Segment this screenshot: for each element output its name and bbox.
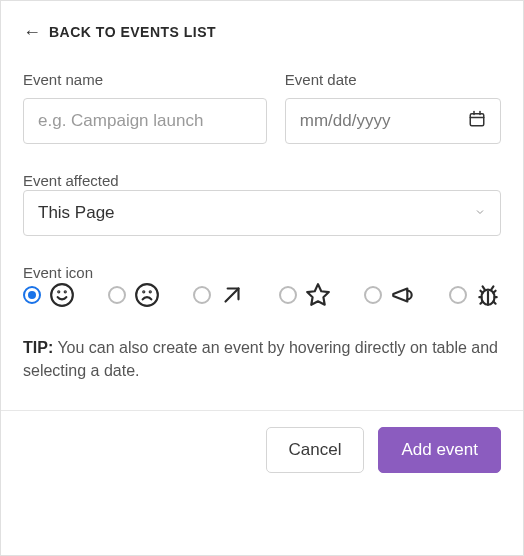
radio-icon <box>279 286 297 304</box>
smile-icon <box>49 282 75 308</box>
chevron-down-icon <box>474 206 486 221</box>
date-placeholder: mm/dd/yyyy <box>300 111 391 131</box>
event-icon-label: Event icon <box>23 264 93 281</box>
bug-icon <box>475 282 501 308</box>
event-affected-value: This Page <box>38 203 115 223</box>
tip-label: TIP: <box>23 339 53 356</box>
svg-marker-11 <box>307 284 329 305</box>
calendar-icon <box>468 110 486 133</box>
arrow-left-icon: ← <box>23 23 41 41</box>
radio-icon <box>23 286 41 304</box>
svg-line-16 <box>493 302 495 304</box>
add-event-button[interactable]: Add event <box>378 427 501 473</box>
back-to-events-link[interactable]: ← BACK TO EVENTS LIST <box>23 23 501 41</box>
arrow-up-right-icon <box>219 282 245 308</box>
svg-line-18 <box>493 291 495 293</box>
tip-text: TIP: You can also create an event by hov… <box>23 336 501 382</box>
radio-icon <box>449 286 467 304</box>
event-affected-label: Event affected <box>23 172 119 189</box>
megaphone-icon <box>390 282 416 308</box>
icon-option-bug[interactable] <box>449 282 501 308</box>
icon-option-megaphone[interactable] <box>364 282 416 308</box>
frown-icon <box>134 282 160 308</box>
event-name-group: Event name <box>23 71 267 144</box>
radio-icon <box>108 286 126 304</box>
svg-point-9 <box>150 291 151 292</box>
event-date-group: Event date mm/dd/yyyy <box>285 71 501 144</box>
radio-icon <box>193 286 211 304</box>
svg-point-7 <box>136 284 158 306</box>
event-affected-group: Event affected This Page <box>23 172 501 236</box>
svg-line-15 <box>480 302 482 304</box>
event-affected-select[interactable]: This Page <box>23 190 501 236</box>
svg-line-10 <box>226 289 239 302</box>
svg-line-17 <box>480 291 482 293</box>
svg-rect-0 <box>470 113 484 125</box>
event-name-label: Event name <box>23 71 267 88</box>
back-label: BACK TO EVENTS LIST <box>49 24 216 40</box>
cancel-button[interactable]: Cancel <box>266 427 365 473</box>
tip-body: You can also create an event by hovering… <box>23 339 498 379</box>
footer-actions: Cancel Add event <box>1 411 523 489</box>
event-date-label: Event date <box>285 71 501 88</box>
svg-point-8 <box>143 291 144 292</box>
event-name-input[interactable] <box>23 98 267 144</box>
icon-option-arrow[interactable] <box>193 282 245 308</box>
event-icon-group: Event icon <box>23 264 501 308</box>
radio-icon <box>364 286 382 304</box>
svg-point-4 <box>51 284 73 306</box>
icon-option-frown[interactable] <box>108 282 160 308</box>
icon-option-star[interactable] <box>279 282 331 308</box>
star-icon <box>305 282 331 308</box>
svg-point-6 <box>65 291 66 292</box>
event-date-input[interactable]: mm/dd/yyyy <box>285 98 501 144</box>
icon-option-smile[interactable] <box>23 282 75 308</box>
svg-point-5 <box>58 291 59 292</box>
